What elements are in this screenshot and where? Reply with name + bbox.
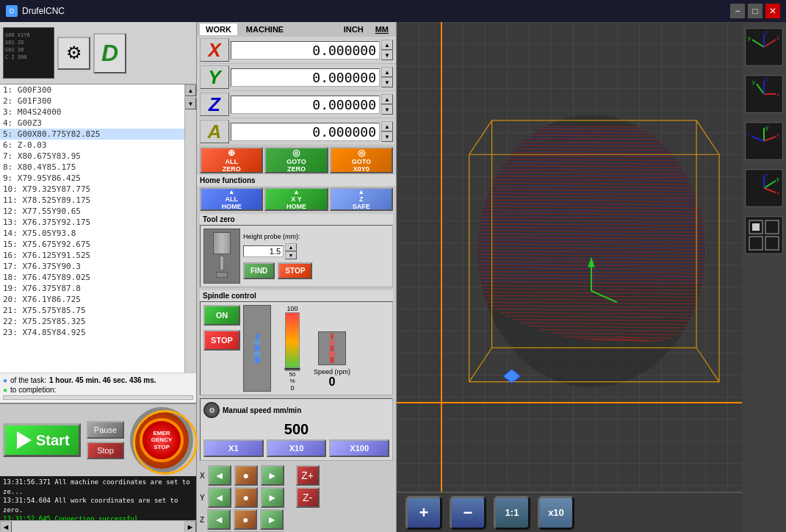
pause-button[interactable]: Pause (87, 421, 124, 439)
height-up-btn[interactable]: ▲ (285, 243, 297, 251)
horizontal-scrollbar[interactable]: ◄ ► (0, 520, 196, 532)
code-line[interactable]: 19: X76.375Y87.8 (0, 283, 184, 294)
code-line[interactable]: 9: X79.95Y86.425 (0, 173, 184, 184)
x-scroll-down[interactable]: ▼ (381, 50, 393, 60)
code-line[interactable]: 8: X80.4Y85.175 (0, 162, 184, 173)
emergency-stop-button[interactable]: EMERGENCYSTOP (130, 407, 193, 473)
work-tab[interactable]: WORK (200, 24, 237, 35)
z-plus-button[interactable]: ► (260, 509, 284, 530)
stop-button[interactable]: Stop (87, 442, 124, 459)
close-button[interactable]: ✕ (765, 4, 780, 18)
code-line[interactable]: 12: X77.55Y90.65 (0, 206, 184, 217)
code-line[interactable]: 10: X79.325Y87.775 (0, 184, 184, 195)
estop-ring (133, 410, 198, 475)
x-scroll-up[interactable]: ▲ (381, 40, 393, 50)
y-scroll-up[interactable]: ▲ (381, 67, 393, 77)
scroll-up-btn[interactable]: ▲ (185, 85, 196, 96)
z-safe-button[interactable]: ▲ Z SAFE (330, 187, 393, 211)
speed-rpm-label: Speed (rpm) (314, 368, 350, 375)
xy-home-button[interactable]: ▲ X Y HOME (264, 187, 328, 211)
spindle-on-button[interactable]: ON (203, 305, 240, 326)
x-minus-button[interactable]: ◄ (208, 465, 231, 486)
x1-button[interactable]: X1 (203, 439, 264, 457)
zoom-fit-button[interactable]: 1:1 (494, 496, 530, 530)
start-button[interactable]: Start (3, 423, 81, 457)
code-line[interactable]: 15: X75.675Y92.675 (0, 239, 184, 250)
code-line[interactable]: 2: G01F300 (0, 96, 184, 107)
app-icon: D (6, 5, 18, 17)
code-line[interactable]: 21: X75.575Y85.75 (0, 305, 184, 316)
z-axis-label[interactable]: Z (200, 93, 229, 116)
code-line[interactable]: 20: X76.1Y86.725 (0, 294, 184, 305)
zoom-out-button[interactable]: − (450, 496, 486, 530)
spindle-stop-button[interactable]: STOP (203, 330, 240, 351)
y-minus-button[interactable]: ◄ (208, 487, 231, 508)
code-line[interactable]: 14: X75.05Y93.8 (0, 228, 184, 239)
probe-stop-button[interactable]: STOP (278, 262, 312, 279)
inch-tab[interactable]: INCH (339, 24, 368, 35)
maximize-button[interactable]: □ (748, 4, 762, 18)
speed-slider-visual[interactable] (285, 312, 300, 371)
machine-tab[interactable]: MACHINE (240, 24, 289, 35)
window-controls[interactable]: − □ ✕ (730, 4, 780, 18)
zoom-x10-button[interactable]: x10 (538, 496, 574, 530)
code-line[interactable]: 3: M04S24000 (0, 107, 184, 118)
slider-handle[interactable] (284, 367, 300, 370)
code-list[interactable]: 1: G00F3002: G01F3003: M04S240004: G00Z3… (0, 85, 184, 373)
x-axis-label[interactable]: X (200, 38, 229, 62)
code-line[interactable]: 13: X76.375Y92.175 (0, 217, 184, 228)
a-axis-label[interactable]: A (200, 120, 229, 143)
height-down-btn[interactable]: ▼ (285, 251, 297, 259)
code-line[interactable]: 22: X75.25Y85.325 (0, 316, 184, 327)
z-center-button[interactable]: ● (234, 509, 257, 530)
z-minus-button[interactable]: ◄ (207, 509, 231, 530)
goto-zero-button[interactable]: ◎ GOTOZERO (264, 147, 328, 173)
code-line[interactable]: 1: G00F300 (0, 85, 184, 96)
x-plus-button[interactable]: ► (261, 465, 284, 486)
code-line[interactable]: 4: G00Z3 (0, 118, 184, 129)
all-zero-button[interactable]: ⊕ ALLZERO (200, 147, 263, 173)
y-plus-button[interactable]: ► (261, 487, 284, 508)
code-line[interactable]: 23: X74.85Y84.925 (0, 327, 184, 338)
z-coord-scroll[interactable]: ▲ ▼ (381, 94, 393, 115)
find-button[interactable]: FIND (243, 262, 275, 279)
a-scroll-down[interactable]: ▼ (381, 132, 393, 142)
x-coord-scroll[interactable]: ▲ ▼ (381, 40, 393, 60)
height-probe-input[interactable] (243, 245, 284, 257)
settings-icon-box[interactable]: ⚙ (57, 37, 90, 70)
y-center-button[interactable]: ● (234, 487, 258, 508)
y-zminus-button[interactable]: Z- (296, 487, 320, 508)
minimize-button[interactable]: − (730, 4, 745, 18)
code-line[interactable]: 6: Z-0.03 (0, 140, 184, 151)
z-scroll-up[interactable]: ▲ (381, 94, 393, 104)
y-scroll-down[interactable]: ▼ (381, 77, 393, 87)
a-scroll-up[interactable]: ▲ (381, 121, 393, 132)
3d-view[interactable] (397, 22, 742, 492)
all-home-button[interactable]: ▲ ALL HOME (200, 187, 263, 211)
x-zplus-button[interactable]: Z+ (296, 465, 320, 486)
x10-button[interactable]: X10 (267, 439, 327, 457)
code-scrollbar[interactable]: ▲ ▼ (184, 85, 196, 373)
code-line[interactable]: 18: X76.475Y89.025 (0, 272, 184, 283)
code-line[interactable]: 16: X76.125Y91.525 (0, 250, 184, 261)
scroll-down-btn[interactable]: ▼ (185, 98, 196, 109)
goto-xoyo-button[interactable]: ◎ GOTOX0Y0 (330, 147, 393, 173)
mm-tab[interactable]: MM (371, 24, 393, 35)
coord-header: WORK MACHINE INCH MM (197, 22, 396, 37)
x100-button[interactable]: X100 (329, 439, 389, 457)
model-3d-view[interactable] (441, 22, 742, 492)
scroll-left-btn[interactable]: ◄ (0, 521, 12, 533)
y-axis-label[interactable]: Y (200, 65, 229, 89)
z-scroll-down[interactable]: ▼ (381, 104, 393, 115)
code-line[interactable]: 7: X80.675Y83.95 (0, 151, 184, 162)
height-scroll[interactable]: ▲ ▼ (285, 243, 297, 259)
a-coord-scroll[interactable]: ▲ ▼ (381, 121, 393, 142)
scroll-right-btn[interactable]: ► (184, 521, 196, 533)
x-center-button[interactable]: ● (234, 465, 258, 486)
code-line[interactable]: 5: G00X80.775Y82.825 (0, 129, 184, 140)
titlebar-left: D DrufelCNC (6, 5, 65, 17)
code-line[interactable]: 11: X78.525Y89.175 (0, 195, 184, 206)
y-coord-scroll[interactable]: ▲ ▼ (381, 67, 393, 87)
zoom-in-button[interactable]: + (405, 496, 442, 530)
code-line[interactable]: 17: X76.375Y90.3 (0, 261, 184, 272)
